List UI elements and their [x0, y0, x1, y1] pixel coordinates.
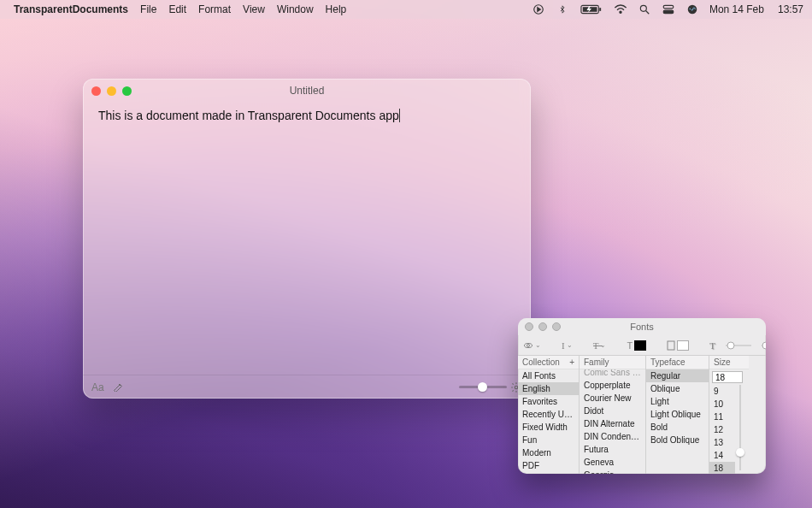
- fonts-title: Fonts: [518, 322, 766, 332]
- menu-view[interactable]: View: [243, 3, 265, 15]
- svg-line-7: [646, 11, 650, 15]
- app-menu[interactable]: TransparentDocuments: [14, 3, 128, 15]
- favorites-dropdown[interactable]: ⌄: [523, 340, 541, 351]
- menubar: TransparentDocuments File Edit Format Vi…: [0, 0, 812, 19]
- collection-row[interactable]: Modern: [518, 446, 579, 459]
- fonts-window: Fonts ⌄ I⌄ T⌄ T T » Collection + All Fon…: [518, 318, 766, 474]
- bluetooth-icon[interactable]: [556, 3, 569, 15]
- document-footer: Aa: [83, 375, 531, 399]
- document-titlebar[interactable]: Untitled: [83, 79, 531, 103]
- family-row[interactable]: Georgia: [580, 469, 645, 474]
- size-row[interactable]: 12: [709, 423, 735, 436]
- size-row[interactable]: 11: [709, 411, 735, 423]
- family-list[interactable]: Comic Sans MS CopperplateCourier NewDido…: [580, 369, 645, 474]
- menu-format[interactable]: Format: [198, 3, 231, 15]
- collection-row[interactable]: Traditional: [518, 472, 579, 474]
- fonts-toolbar: ⌄ I⌄ T⌄ T T »: [518, 335, 766, 356]
- text-cursor: [399, 109, 400, 122]
- family-row[interactable]: Geneva: [580, 456, 645, 469]
- collection-row[interactable]: PDF: [518, 459, 579, 472]
- fonts-titlebar[interactable]: Fonts: [518, 318, 766, 335]
- family-row[interactable]: DIN Alternate: [580, 417, 645, 430]
- shadow-blur-slider[interactable]: [762, 341, 766, 350]
- typeface-row[interactable]: Light Oblique: [646, 408, 709, 421]
- shadow-button[interactable]: T: [709, 340, 715, 351]
- svg-rect-3: [599, 8, 601, 11]
- collection-row[interactable]: Fixed Width: [518, 421, 579, 434]
- font-style-button[interactable]: Aa: [91, 381, 104, 393]
- family-row[interactable]: Futura: [580, 443, 645, 456]
- svg-point-12: [527, 344, 530, 346]
- menu-help[interactable]: Help: [326, 3, 347, 15]
- typeface-column: Typeface RegularObliqueLightLight Obliqu…: [646, 356, 709, 474]
- menubar-date[interactable]: Mon 14 Feb: [709, 3, 764, 15]
- size-slider-thumb[interactable]: [736, 448, 744, 457]
- collection-header: Collection: [522, 357, 560, 367]
- underline-button[interactable]: I⌄: [562, 340, 573, 351]
- collection-row[interactable]: English: [518, 382, 579, 395]
- collection-row[interactable]: Recently Used: [518, 408, 579, 421]
- opacity-slider[interactable]: [459, 381, 522, 393]
- opacity-slider-thumb[interactable]: [478, 382, 487, 392]
- typeface-header: Typeface: [650, 357, 685, 367]
- size-row[interactable]: 9: [709, 385, 735, 398]
- siri-icon[interactable]: [685, 3, 699, 15]
- spotlight-icon[interactable]: [638, 3, 651, 15]
- family-row[interactable]: Copperplate: [580, 379, 645, 392]
- collection-row[interactable]: All Fonts: [518, 369, 579, 382]
- size-row[interactable]: 13: [709, 436, 735, 449]
- typeface-row[interactable]: Bold: [646, 421, 709, 434]
- typeface-row[interactable]: Regular: [646, 369, 709, 382]
- svg-point-10: [688, 5, 697, 15]
- text-color-swatch[interactable]: T: [627, 340, 646, 351]
- strikethrough-button[interactable]: T⌄: [593, 340, 607, 351]
- control-center-icon[interactable]: [662, 4, 675, 15]
- collection-list[interactable]: All FontsEnglishFavoritesRecently UsedFi…: [518, 369, 579, 474]
- video-icon[interactable]: [532, 3, 545, 15]
- menubar-time[interactable]: 13:57: [778, 3, 803, 15]
- document-window: Untitled This is a document made in Tran…: [83, 79, 531, 399]
- family-header: Family: [584, 357, 609, 367]
- text-color-button[interactable]: [113, 381, 123, 393]
- fonts-columns: Collection + All FontsEnglishFavoritesRe…: [518, 356, 766, 474]
- collection-row[interactable]: Favorites: [518, 395, 579, 408]
- size-list[interactable]: 91011121314182436: [709, 385, 735, 474]
- document-title: Untitled: [83, 85, 531, 97]
- document-text: This is a document made in Transparent D…: [98, 109, 399, 122]
- size-slider[interactable]: [734, 385, 746, 470]
- svg-point-16: [727, 342, 734, 349]
- svg-rect-8: [663, 5, 674, 9]
- size-row[interactable]: 14: [709, 449, 735, 462]
- svg-marker-1: [538, 8, 541, 12]
- shadow-opacity-slider[interactable]: [726, 341, 751, 350]
- typeface-row[interactable]: Light: [646, 395, 709, 408]
- size-header: Size: [714, 357, 730, 367]
- size-column: Size 91011121314182436: [709, 356, 749, 474]
- typeface-list[interactable]: RegularObliqueLightLight ObliqueBoldBold…: [646, 369, 709, 474]
- document-color-swatch[interactable]: [667, 340, 689, 351]
- menubar-right: Mon 14 Feb 13:57: [532, 3, 803, 15]
- family-column: Family Comic Sans MS CopperplateCourier …: [580, 356, 646, 474]
- document-text-area[interactable]: This is a document made in Transparent D…: [83, 103, 531, 375]
- size-input[interactable]: [712, 371, 743, 383]
- typeface-row[interactable]: Oblique: [646, 382, 709, 395]
- svg-rect-14: [668, 341, 674, 350]
- svg-rect-9: [663, 10, 674, 14]
- collection-row[interactable]: Fun: [518, 434, 579, 446]
- family-row[interactable]: Didot: [580, 405, 645, 417]
- svg-point-6: [640, 5, 646, 11]
- battery-icon[interactable]: [580, 3, 603, 15]
- typeface-row[interactable]: Bold Oblique: [646, 434, 709, 446]
- family-row[interactable]: Courier New: [580, 392, 645, 405]
- size-row[interactable]: 18: [709, 462, 735, 474]
- add-collection-button[interactable]: +: [569, 357, 574, 367]
- svg-point-18: [762, 342, 766, 349]
- family-row-cut[interactable]: Comic Sans MS: [580, 369, 645, 379]
- family-row[interactable]: DIN Condensed: [580, 430, 645, 443]
- size-row[interactable]: 10: [709, 398, 735, 411]
- menu-window[interactable]: Window: [277, 3, 314, 15]
- menu-edit[interactable]: Edit: [168, 3, 186, 15]
- menu-file[interactable]: File: [140, 3, 156, 15]
- wifi-icon[interactable]: [614, 4, 627, 15]
- svg-point-5: [620, 11, 621, 13]
